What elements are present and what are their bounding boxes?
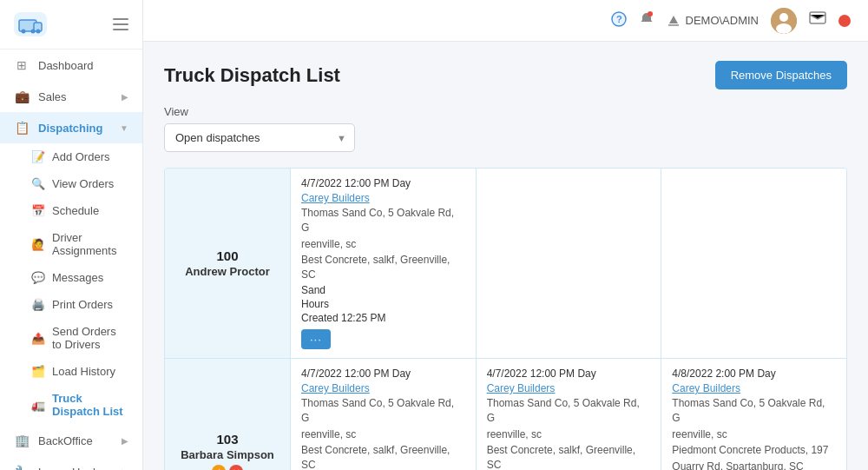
driver-name: Andrew Proctor: [185, 265, 270, 278]
driver-name: Barbara Simpson: [181, 448, 274, 461]
cell-dest2: Quarry Rd, Spartanburg, SC: [672, 460, 836, 470]
cell-address-line2: reenville, sc: [301, 237, 465, 252]
cell-company[interactable]: Carey Builders: [301, 382, 465, 394]
svg-point-9: [779, 13, 788, 22]
view-select[interactable]: Open dispatches Closed dispatches All di…: [164, 123, 355, 152]
bell-button[interactable]: [639, 11, 654, 30]
sidebar-item-add-orders[interactable]: 📝 Add Orders: [0, 143, 142, 170]
more-button[interactable]: ···: [301, 329, 331, 349]
hamburger-button[interactable]: [113, 18, 128, 30]
sidebar-item-truck-dispatch-list[interactable]: 🚛 Truck Dispatch List: [0, 385, 142, 425]
arrow-icon: ▶: [122, 467, 128, 471]
sidebar-sub-label: Load History: [52, 365, 115, 378]
sidebar-item-driver-assignments[interactable]: 🙋 Driver Assignments: [0, 224, 142, 264]
page-title: Truck Dispatch List: [164, 64, 340, 87]
dispatch-cell: 4/8/2022 2:00 PM Day Carey Builders Thom…: [661, 359, 846, 470]
cell-date: 4/7/2022 12:00 PM Day: [487, 367, 651, 380]
cell-dest: Best Concrete, salkf, Greenville, SC: [301, 443, 465, 470]
sidebar-item-dashboard[interactable]: ⊞ Dashboard: [0, 50, 142, 81]
dispatch-cell-empty: [477, 169, 662, 358]
sidebar-sub-label: Truck Dispatch List: [52, 392, 128, 418]
sidebar-logo: [0, 0, 142, 50]
dispatch-table: 100 Andrew Proctor 4/7/2022 12:00 PM Day…: [164, 168, 847, 470]
cell-address: Thomas Sand Co, 5 Oakvale Rd, G: [301, 396, 465, 426]
sidebar-item-messages[interactable]: 💬 Messages: [0, 264, 142, 291]
driver-badges: ⚠ ✕: [212, 465, 243, 470]
sidebar-sub-label: Add Orders: [52, 150, 109, 163]
cell-date: 4/8/2022 2:00 PM Day: [672, 367, 836, 380]
arrow-icon: ▼: [120, 123, 128, 133]
messages-icon: 💬: [31, 271, 45, 284]
sidebar-item-label: BackOffice: [38, 434, 93, 447]
message-button[interactable]: [809, 11, 826, 30]
schedule-icon: 📅: [31, 204, 45, 217]
cell-address-line2: reenville, sc: [672, 427, 836, 442]
avatar[interactable]: [771, 8, 797, 34]
svg-point-3: [31, 30, 36, 34]
arrow-icon: ▶: [122, 436, 128, 446]
sidebar-item-label: Sales: [38, 90, 67, 103]
sidebar-sub-label: Messages: [52, 271, 103, 284]
logo-icon: [14, 12, 47, 36]
cell-company[interactable]: Carey Builders: [672, 382, 836, 394]
remove-dispatches-button[interactable]: Remove Dispatches: [715, 61, 847, 89]
warning-badge: ⚠: [212, 465, 226, 470]
svg-text:?: ?: [616, 14, 622, 24]
cell-address: Thomas Sand Co, 5 Oakvale Rd, G: [301, 206, 465, 235]
user-menu[interactable]: DEMO\ADMIN: [667, 14, 760, 27]
dispatch-cell-empty: [661, 169, 846, 358]
content-area: Truck Dispatch List Remove Dispatches Vi…: [143, 42, 868, 470]
driver-cell: 100 Andrew Proctor: [165, 169, 291, 358]
history-icon: 🗂️: [31, 365, 45, 378]
sidebar-item-print-orders[interactable]: 🖨️ Print Orders: [0, 291, 142, 318]
dashboard-icon: ⊞: [14, 57, 30, 73]
cell-address: Thomas Sand Co, 5 Oakvale Rd, G: [672, 396, 836, 426]
table-row: 103 Barbara Simpson ⚠ ✕ 4/7/2022 12:00 P…: [165, 359, 846, 470]
svg-point-7: [648, 11, 653, 17]
sales-icon: 💼: [14, 89, 30, 104]
sidebar-sub-label: Send Orders to Drivers: [52, 325, 128, 351]
svg-point-2: [22, 30, 26, 34]
cell-address: Thomas Sand Co, 5 Oakvale Rd, G: [487, 396, 651, 426]
truck-icon: 🚛: [31, 399, 45, 412]
sidebar-item-label: Dashboard: [38, 59, 94, 72]
cell-dest: Best Concrete, salkf, Greenville, SC: [487, 443, 651, 470]
sidebar-item-load-history[interactable]: 🗂️ Load History: [0, 358, 142, 385]
driver-number: 100: [216, 248, 238, 263]
danger-badge: ✕: [229, 465, 243, 470]
backoffice-icon: 🏢: [14, 433, 30, 448]
cell-date: 4/7/2022 12:00 PM Day: [301, 177, 465, 189]
print-icon: 🖨️: [31, 298, 45, 311]
sidebar-item-lease-hauler[interactable]: 🔧 Lease Hauler ▶: [0, 456, 142, 470]
sidebar-sub-label: Print Orders: [52, 298, 113, 311]
arrow-icon: ▶: [122, 92, 128, 102]
sidebar-item-label: Dispatching: [38, 122, 102, 135]
cell-hours: Hours: [301, 298, 465, 310]
page-title-row: Truck Dispatch List Remove Dispatches: [164, 61, 847, 89]
cell-address-line2: reenville, sc: [301, 427, 465, 442]
cell-company[interactable]: Carey Builders: [487, 382, 651, 394]
main-wrapper: ? DEMO\ADMIN Truck Dispatch List Remove …: [143, 0, 868, 470]
cell-company[interactable]: Carey Builders: [301, 192, 465, 204]
cell-dest: Piedmont Concrete Products, 197: [672, 443, 836, 458]
help-button[interactable]: ?: [611, 11, 627, 30]
sidebar-sub-label: Driver Assignments: [52, 231, 128, 257]
sidebar-item-backoffice[interactable]: 🏢 BackOffice ▶: [0, 425, 142, 456]
sidebar: ⊞ Dashboard 💼 Sales ▶ 📋 Dispatching ▼ 📝 …: [0, 0, 143, 470]
sidebar-sub-label: Schedule: [52, 204, 99, 217]
sidebar-item-label: Lease Hauler: [38, 466, 105, 471]
sidebar-item-schedule[interactable]: 📅 Schedule: [0, 197, 142, 224]
cell-dest: Best Concrete, salkf, Greenville, SC: [301, 253, 465, 282]
add-orders-icon: 📝: [31, 150, 45, 163]
dispatch-cell: 4/7/2022 12:00 PM Day Carey Builders Tho…: [291, 359, 477, 470]
sidebar-item-view-orders[interactable]: 🔍 View Orders: [0, 170, 142, 197]
cell-address-line2: reenville, sc: [487, 427, 651, 442]
dispatching-icon: 📋: [14, 120, 30, 136]
driver-number: 103: [216, 432, 238, 447]
cell-material: Sand: [301, 284, 465, 296]
sidebar-item-send-orders[interactable]: 📤 Send Orders to Drivers: [0, 318, 142, 358]
status-indicator[interactable]: [838, 15, 851, 27]
sidebar-item-sales[interactable]: 💼 Sales ▶: [0, 81, 142, 112]
sidebar-item-dispatching[interactable]: 📋 Dispatching ▼: [0, 112, 142, 143]
cell-created: Created 12:25 PM: [301, 312, 465, 324]
